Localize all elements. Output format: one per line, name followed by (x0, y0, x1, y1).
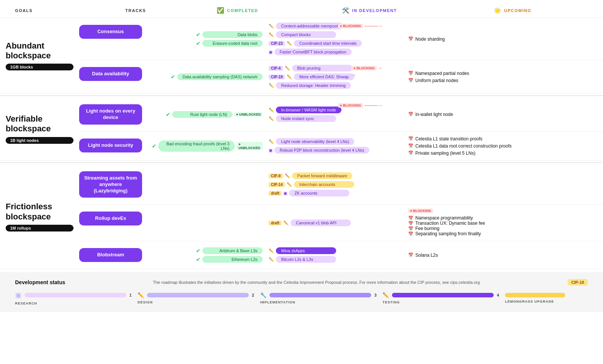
check-icon: ✔ (196, 32, 200, 38)
item-zk-accounts: draft ▣ ZK accounts (269, 190, 402, 196)
footer-cip: CIP-10 (568, 279, 588, 286)
goal-badge-frictionless: 1M rollups (6, 225, 73, 231)
item-bitcoin: ✏️ Bitcoin L2s & L3s (269, 256, 402, 263)
upcoming-consensus: 📅 Node sharding (405, 20, 603, 58)
arbitrum-bar: Arbitrum & Base L3s (202, 247, 263, 254)
item-mina: ✏️ Mina zkApps (269, 247, 402, 254)
goal-badge-abundant: 1GB blocks (6, 64, 73, 70)
sep-2 (0, 162, 603, 163)
ethereum-bar: Ethereum L2s (202, 256, 263, 263)
completed-da: ✔ Data availability sampling (DAS) netwo… (149, 62, 266, 91)
das-bar: Data availability sampling (DAS) network (177, 73, 263, 80)
data-blobs-bar: Data blobs (202, 31, 263, 38)
completed-bs: ✔ Arbitrum & Base L3s ✔ Ethereum L2s (149, 244, 266, 267)
stage-lemongrass: LEMONGRASS UPGRADE (505, 293, 588, 303)
fraud-bar: Bad encoding fraud proofs (level 3 LNs) (158, 140, 235, 152)
coordinated-bar: Coordinated start time intervals (294, 40, 362, 47)
progress-bar-testing (392, 293, 494, 297)
indev-lb: CIP-9 ✏️ Packet forward middleware CIP-1… (266, 167, 405, 203)
testing-icon: ✏️ (383, 292, 389, 298)
section-frictionless: Frictionlessblockspace 1M rollups Stream… (0, 164, 603, 270)
upcoming-header: 🌟 UPCOMING (437, 7, 588, 14)
design-icon: ✏️ (138, 292, 144, 298)
track-rollup-devex: Rollup devEx draft ✏️ Canonical v1 blob … (79, 205, 603, 241)
sep-sampling-label: Separating sampling from finality (415, 231, 481, 236)
inwallet-label: In-wallet light node (415, 112, 453, 117)
item-inwallet-ln: 📅 In-wallet light node (408, 112, 600, 117)
progress-bar-design (147, 293, 249, 297)
progress-track: ▣ 1 RESEARCH ✏️ 2 DESIGN 🔧 3 (15, 291, 588, 305)
namespaced-partial-label: Namespaced partial nodes (415, 71, 469, 76)
footer-desc: The roadmap illustrates the initiatives … (73, 280, 560, 285)
upcoming-icon: 🌟 (494, 7, 502, 14)
indev-ln: ● BLOCKING ———→ ✏️ In-browser / WASM lig… (266, 100, 405, 129)
section-verifiable: Verifiableblockspace 1B light nodes Ligh… (0, 97, 603, 161)
track-card-da-wrap: Data availability (79, 62, 149, 91)
track-card-lns-wrap: Light node security (79, 134, 149, 158)
uniform-partial-label: Uniform partial nodes (415, 78, 458, 83)
indev-label: IN DEVELOPMENT (352, 8, 397, 13)
blocking-da: ● BLOCKING → → (352, 65, 383, 78)
goal-title-verifiable: Verifiableblockspace (6, 114, 73, 134)
footer-title: Development status (15, 279, 65, 285)
track-blobstream: Blobstream ✔ Arbitrum & Base L3s ✔ Ether… (79, 241, 603, 269)
item-uniform-partial: 📅 Uniform partial nodes (408, 78, 600, 83)
progress-bar-impl (269, 293, 371, 297)
item-root-proofs: 📅 Celestia L1 data root correct construc… (408, 143, 600, 149)
indev-rd: draft ✏️ Canonical v1 blob API (266, 207, 405, 239)
check-icon-2: ✔ (196, 40, 200, 46)
goals-label: GOALS (15, 8, 33, 13)
blocking-rd: ● BLOCKING (405, 207, 603, 215)
lemongrass-label: LEMONGRASS UPGRADE (505, 300, 554, 303)
interchain-bar: Interchain accounts (294, 181, 354, 188)
stage-testing: ✏️ 4 TESTING (383, 292, 499, 304)
upcoming-label: UPCOMING (504, 8, 532, 13)
draft-badge-2: draft (269, 221, 282, 225)
goal-title-frictionless: Frictionlessblockspace (6, 202, 73, 222)
tracks-header: TRACKS (98, 8, 173, 13)
track-card-lns: Light node security (79, 139, 142, 152)
cip14-badge: CIP-14 (269, 182, 285, 187)
indev-header: 🛠️ IN DEVELOPMENT (302, 7, 437, 14)
item-namespaced-partial: 📅 Namespaced partial nodes (408, 71, 600, 76)
track-card-bs-wrap: Blobstream (79, 244, 149, 267)
item-private-sampling: 📅 Private sampling (level 5 LNs) (408, 151, 600, 156)
item-das: ✔ Data availability sampling (DAS) netwo… (152, 73, 263, 80)
item-arbitrum: ✔ Arbitrum & Base L3s (152, 247, 263, 254)
tracks-abundant: Consensus ✔ Data blobs ✔ Erasure-coded d… (79, 18, 603, 93)
track-card-rd: Rollup devEx (79, 212, 142, 225)
solana-label: Solana L2s (415, 253, 438, 258)
upcoming-lb (405, 167, 603, 203)
indev-da: ● BLOCKING → → CIP-4 ✏️ Blob pruning CIP… (266, 62, 405, 91)
content-bar: Content-addressable mempool (276, 23, 343, 29)
progress-bar-lemongrass (505, 293, 565, 297)
ns-prog-label: Namespace programmability (415, 215, 473, 221)
item-compact-blocks: ✏️ Compact blocks (269, 31, 402, 38)
cip23-badge: CIP-23 (269, 41, 285, 46)
item-solana: 📅 Solana L2s (408, 253, 600, 258)
upcoming-rd: ● BLOCKING 📅 Namespace programmability 📅… (405, 207, 603, 239)
item-canonical-blob: draft ✏️ Canonical v1 blob API (269, 219, 402, 226)
cip4-badge: CIP-4 (269, 66, 283, 71)
mina-bar: Mina zkApps (276, 247, 336, 254)
indev-bs: ✏️ Mina zkApps ✏️ Bitcoin L2s & L3s (266, 244, 405, 267)
item-ethereum: ✔ Ethereum L2s (152, 256, 263, 263)
item-header-trimming: ✏️ Reduced storage: Header trimming (269, 82, 402, 89)
item-node-sharding: 📅 Node sharding (408, 37, 600, 42)
zk-bar: ZK accounts (289, 190, 349, 196)
item-packet-fwd: CIP-9 ✏️ Packet forward middleware (269, 172, 402, 179)
node-sharding-label: Node sharding (415, 37, 445, 42)
track-card-consensus: Consensus (79, 25, 142, 39)
research-icon: ▣ (15, 291, 21, 299)
track-card-da: Data availability (79, 67, 142, 81)
track-card-consensus-wrap: Consensus (79, 20, 149, 58)
tracks-frictionless: Streaming assets from anywhere (Lazybrid… (79, 164, 603, 269)
upcoming-ln: 📅 In-wallet light node (405, 100, 603, 129)
goal-badge-verifiable: 1B light nodes (6, 137, 73, 144)
impl-label: IMPLEMENTATION (260, 300, 295, 304)
indev-icon: 🛠️ (342, 7, 350, 14)
state-proofs-label: Celestia L1 state transition proofs (415, 136, 482, 142)
goals-header: GOALS (15, 8, 98, 13)
goal-verifiable: Verifiableblockspace 1B light nodes (0, 97, 79, 160)
track-light-nodes: Light nodes on every device ✔ Rust light… (79, 97, 603, 132)
